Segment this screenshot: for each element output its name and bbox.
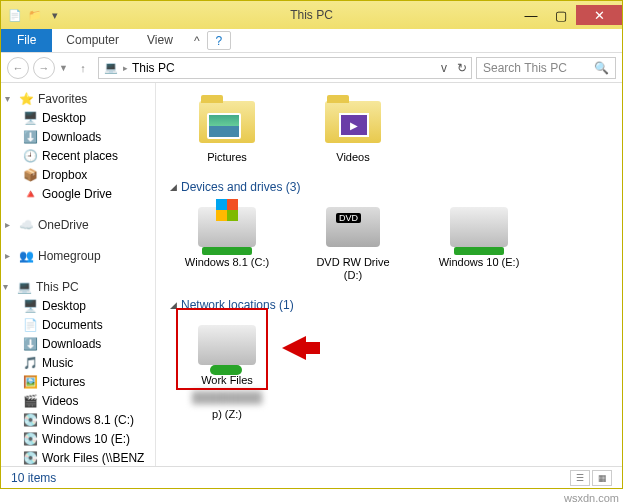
view-icons-button[interactable]: ▦ [592, 470, 612, 486]
tab-computer[interactable]: Computer [52, 29, 133, 52]
nav-item-googledrive[interactable]: 🔺Google Drive [1, 184, 151, 203]
this-pc-icon: 💻 [17, 279, 32, 294]
onedrive-icon: ☁️ [19, 217, 34, 232]
address-bar[interactable]: 💻 ▸ This PC v ↻ [98, 57, 472, 79]
nav-item-dropbox[interactable]: 📦Dropbox [1, 165, 151, 184]
drive-icon: 💽 [23, 412, 38, 427]
refresh-button[interactable]: ↻ [457, 61, 467, 75]
address-dropdown-icon[interactable]: v [441, 61, 447, 75]
chevron-right-icon: ▸ [5, 250, 15, 261]
drive-d[interactable]: DVD RW Drive (D:) [308, 202, 398, 282]
folder-videos[interactable]: Videos [308, 97, 398, 164]
homegroup-icon: 👥 [19, 248, 34, 263]
drive-e[interactable]: Windows 10 (E:) [434, 202, 524, 282]
annotation-arrow-icon [282, 336, 306, 360]
nav-item-recent[interactable]: 🕘Recent places [1, 146, 151, 165]
drive-c[interactable]: Windows 8.1 (C:) [182, 202, 272, 282]
annotation-highlight [176, 308, 268, 390]
minimize-button[interactable]: — [516, 5, 546, 25]
nav-item-downloads[interactable]: ⬇️Downloads [1, 127, 151, 146]
nav-sub-videos[interactable]: 🎬Videos [1, 391, 151, 410]
back-button[interactable]: ← [7, 57, 29, 79]
chevron-down-icon: ▾ [5, 93, 15, 104]
this-pc-icon: 💻 [103, 60, 119, 76]
content-pane: Pictures Videos ◢ Devices and drives (3)… [156, 83, 622, 466]
nav-sub-downloads[interactable]: ⬇️Downloads [1, 334, 151, 353]
nav-sub-drive-c[interactable]: 💽Windows 8.1 (C:) [1, 410, 151, 429]
nav-homegroup[interactable]: ▸ 👥 Homegroup [1, 246, 155, 265]
status-bar: 10 items ☰ ▦ [1, 466, 622, 488]
up-button[interactable]: ↑ [72, 57, 94, 79]
nav-this-pc[interactable]: ▾ 💻 This PC [1, 277, 155, 296]
downloads-icon: ⬇️ [23, 336, 38, 351]
googledrive-icon: 🔺 [23, 186, 38, 201]
dvd-drive-icon [326, 207, 380, 247]
chevron-down-icon: ▾ [3, 281, 13, 292]
status-item-count: 10 items [11, 471, 56, 485]
drive-icon [198, 207, 256, 247]
breadcrumb[interactable]: This PC [128, 61, 179, 75]
search-placeholder: Search This PC [483, 61, 567, 75]
videos-icon: 🎬 [23, 393, 38, 408]
title-bar: 📄 📁 ▾ This PC — ▢ ✕ [1, 1, 622, 29]
maximize-button[interactable]: ▢ [546, 5, 576, 25]
folder-icon [325, 101, 381, 143]
caret-down-icon: ◢ [170, 182, 177, 192]
nav-sub-music[interactable]: 🎵Music [1, 353, 151, 372]
redacted-text: █████████ [192, 391, 262, 404]
nav-sub-documents[interactable]: 📄Documents [1, 315, 151, 334]
ribbon-collapse-icon[interactable]: ^ [187, 29, 207, 52]
tab-view[interactable]: View [133, 29, 187, 52]
nav-sub-pictures[interactable]: 🖼️Pictures [1, 372, 151, 391]
watermark: wsxdn.com [564, 492, 619, 504]
nav-onedrive[interactable]: ▸ ☁️ OneDrive [1, 215, 155, 234]
qat-dropdown-icon[interactable]: ▾ [47, 7, 63, 23]
new-folder-icon[interactable]: 📁 [27, 7, 43, 23]
tab-file[interactable]: File [1, 29, 52, 52]
nav-sub-desktop[interactable]: 🖥️Desktop [1, 296, 151, 315]
view-details-button[interactable]: ☰ [570, 470, 590, 486]
nav-sub-drive-e[interactable]: 💽Windows 10 (E:) [1, 429, 151, 448]
ribbon: File Computer View ^ ? [1, 29, 622, 53]
chevron-right-icon: ▸ [5, 219, 15, 230]
forward-button[interactable]: → [33, 57, 55, 79]
nav-item-desktop[interactable]: 🖥️Desktop [1, 108, 151, 127]
drive-icon [450, 207, 508, 247]
navigation-bar: ← → ▼ ↑ 💻 ▸ This PC v ↻ Search This PC 🔍 [1, 53, 622, 83]
drive-icon: 💽 [23, 431, 38, 446]
folder-pictures[interactable]: Pictures [182, 97, 272, 164]
pictures-icon: 🖼️ [23, 374, 38, 389]
nav-sub-workfiles[interactable]: 💽Work Files (\\BENZ [1, 448, 151, 466]
recent-icon: 🕘 [23, 148, 38, 163]
network-drive-icon: 💽 [23, 450, 38, 465]
folder-icon [199, 101, 255, 143]
search-input[interactable]: Search This PC 🔍 [476, 57, 616, 79]
favorites-icon: ⭐ [19, 91, 34, 106]
help-button[interactable]: ? [207, 31, 231, 50]
close-button[interactable]: ✕ [576, 5, 622, 25]
dropbox-icon: 📦 [23, 167, 38, 182]
properties-icon[interactable]: 📄 [7, 7, 23, 23]
downloads-icon: ⬇️ [23, 129, 38, 144]
music-icon: 🎵 [23, 355, 38, 370]
documents-icon: 📄 [23, 317, 38, 332]
nav-favorites[interactable]: ▾ ⭐ Favorites [1, 89, 155, 108]
history-dropdown-icon[interactable]: ▼ [59, 63, 68, 73]
desktop-icon: 🖥️ [23, 110, 38, 125]
section-devices[interactable]: ◢ Devices and drives (3) [170, 174, 608, 198]
desktop-icon: 🖥️ [23, 298, 38, 313]
navigation-pane: ▾ ⭐ Favorites 🖥️Desktop ⬇️Downloads 🕘Rec… [1, 83, 156, 466]
search-icon: 🔍 [594, 61, 609, 75]
